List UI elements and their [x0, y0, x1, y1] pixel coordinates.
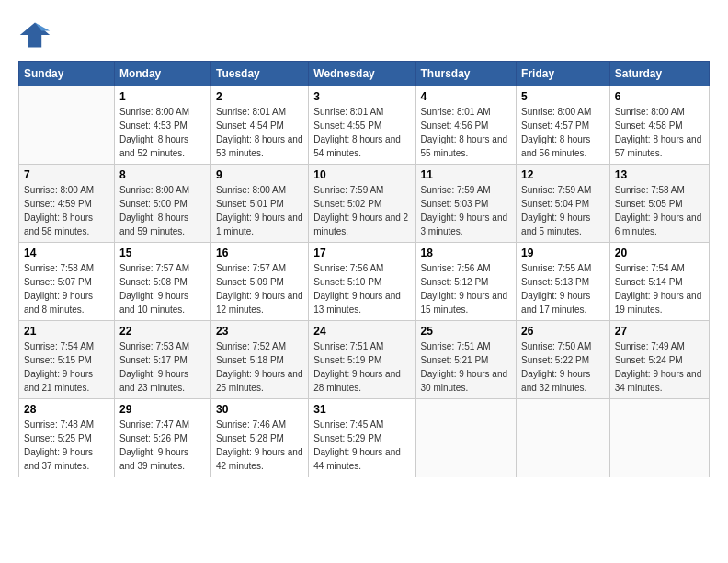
week-row-4: 21Sunrise: 7:54 AMSunset: 5:15 PMDayligh… [19, 321, 710, 399]
day-info: Sunrise: 7:51 AMSunset: 5:19 PMDaylight:… [313, 339, 410, 395]
day-info: Sunrise: 7:48 AMSunset: 5:25 PMDaylight:… [24, 418, 109, 473]
day-info: Sunrise: 7:59 AMSunset: 5:03 PMDaylight:… [421, 183, 512, 238]
day-number: 11 [421, 168, 512, 181]
day-info: Sunrise: 7:58 AMSunset: 5:07 PMDaylight:… [24, 261, 109, 316]
day-number: 21 [24, 325, 109, 338]
header-friday: Friday [517, 62, 610, 86]
logo [18, 18, 55, 52]
day-info: Sunrise: 7:58 AMSunset: 5:05 PMDaylight:… [615, 183, 704, 238]
day-number: 25 [421, 325, 512, 338]
header-monday: Monday [114, 62, 210, 86]
day-info: Sunrise: 7:51 AMSunset: 5:21 PMDaylight:… [421, 339, 512, 395]
week-row-5: 28Sunrise: 7:48 AMSunset: 5:25 PMDayligh… [19, 399, 710, 477]
day-cell: 30Sunrise: 7:46 AMSunset: 5:28 PMDayligh… [210, 399, 308, 477]
day-cell: 16Sunrise: 7:57 AMSunset: 5:09 PMDayligh… [210, 243, 308, 321]
day-info: Sunrise: 8:01 AMSunset: 4:56 PMDaylight:… [421, 105, 512, 160]
day-number: 17 [313, 247, 410, 259]
day-info: Sunrise: 7:47 AMSunset: 5:26 PMDaylight:… [119, 418, 206, 473]
day-number: 1 [119, 90, 206, 103]
calendar-table: SundayMondayTuesdayWednesdayThursdayFrid… [18, 61, 710, 477]
header-tuesday: Tuesday [210, 62, 308, 86]
header-thursday: Thursday [415, 62, 517, 86]
day-number: 26 [521, 325, 605, 338]
day-number: 22 [119, 325, 206, 338]
day-number: 19 [521, 247, 605, 259]
day-cell: 18Sunrise: 7:56 AMSunset: 5:12 PMDayligh… [415, 243, 517, 321]
day-cell: 22Sunrise: 7:53 AMSunset: 5:17 PMDayligh… [114, 321, 210, 399]
day-number: 5 [521, 90, 605, 103]
day-number: 28 [24, 403, 109, 416]
day-cell: 11Sunrise: 7:59 AMSunset: 5:03 PMDayligh… [415, 165, 517, 243]
day-number: 16 [216, 247, 303, 259]
day-cell [415, 399, 517, 477]
day-cell: 21Sunrise: 7:54 AMSunset: 5:15 PMDayligh… [19, 321, 115, 399]
week-row-2: 7Sunrise: 8:00 AMSunset: 4:59 PMDaylight… [19, 165, 710, 243]
day-cell [517, 399, 610, 477]
day-number: 8 [119, 168, 206, 181]
day-number: 29 [119, 403, 206, 416]
day-number: 7 [24, 168, 109, 181]
day-number: 24 [313, 325, 410, 338]
day-info: Sunrise: 8:00 AMSunset: 4:59 PMDaylight:… [24, 183, 109, 238]
header-sunday: Sunday [19, 62, 115, 86]
day-info: Sunrise: 7:57 AMSunset: 5:08 PMDaylight:… [119, 261, 206, 316]
day-cell: 23Sunrise: 7:52 AMSunset: 5:18 PMDayligh… [210, 321, 308, 399]
day-number: 31 [313, 403, 410, 416]
week-row-3: 14Sunrise: 7:58 AMSunset: 5:07 PMDayligh… [19, 243, 710, 321]
day-cell: 29Sunrise: 7:47 AMSunset: 5:26 PMDayligh… [114, 399, 210, 477]
page-header [18, 18, 710, 52]
header-wednesday: Wednesday [309, 62, 415, 86]
day-info: Sunrise: 7:45 AMSunset: 5:29 PMDaylight:… [313, 418, 410, 473]
logo-icon [18, 18, 51, 52]
header-row: SundayMondayTuesdayWednesdayThursdayFrid… [19, 62, 710, 86]
day-info: Sunrise: 8:00 AMSunset: 4:57 PMDaylight:… [521, 105, 605, 160]
day-info: Sunrise: 8:00 AMSunset: 5:01 PMDaylight:… [216, 183, 303, 238]
day-number: 10 [313, 168, 410, 181]
day-cell: 9Sunrise: 8:00 AMSunset: 5:01 PMDaylight… [210, 165, 308, 243]
week-row-1: 1Sunrise: 8:00 AMSunset: 4:53 PMDaylight… [19, 86, 710, 165]
day-info: Sunrise: 8:00 AMSunset: 5:00 PMDaylight:… [119, 183, 206, 238]
day-cell: 10Sunrise: 7:59 AMSunset: 5:02 PMDayligh… [309, 165, 415, 243]
day-number: 6 [615, 90, 704, 103]
day-cell: 17Sunrise: 7:56 AMSunset: 5:10 PMDayligh… [309, 243, 415, 321]
day-cell: 13Sunrise: 7:58 AMSunset: 5:05 PMDayligh… [609, 165, 709, 243]
day-info: Sunrise: 7:59 AMSunset: 5:04 PMDaylight:… [521, 183, 605, 238]
day-cell: 1Sunrise: 8:00 AMSunset: 4:53 PMDaylight… [114, 86, 210, 165]
day-info: Sunrise: 7:57 AMSunset: 5:09 PMDaylight:… [216, 261, 303, 316]
day-cell: 12Sunrise: 7:59 AMSunset: 5:04 PMDayligh… [517, 165, 610, 243]
day-cell: 3Sunrise: 8:01 AMSunset: 4:55 PMDaylight… [309, 86, 415, 165]
day-number: 4 [421, 90, 512, 103]
day-info: Sunrise: 7:56 AMSunset: 5:12 PMDaylight:… [421, 261, 512, 316]
day-cell: 5Sunrise: 8:00 AMSunset: 4:57 PMDaylight… [517, 86, 610, 165]
day-cell: 20Sunrise: 7:54 AMSunset: 5:14 PMDayligh… [609, 243, 709, 321]
day-cell: 31Sunrise: 7:45 AMSunset: 5:29 PMDayligh… [309, 399, 415, 477]
day-info: Sunrise: 8:01 AMSunset: 4:55 PMDaylight:… [313, 105, 410, 160]
day-cell: 27Sunrise: 7:49 AMSunset: 5:24 PMDayligh… [609, 321, 709, 399]
day-cell: 14Sunrise: 7:58 AMSunset: 5:07 PMDayligh… [19, 243, 115, 321]
day-info: Sunrise: 7:59 AMSunset: 5:02 PMDaylight:… [313, 183, 410, 238]
day-number: 14 [24, 247, 109, 259]
day-cell: 7Sunrise: 8:00 AMSunset: 4:59 PMDaylight… [19, 165, 115, 243]
day-cell: 19Sunrise: 7:55 AMSunset: 5:13 PMDayligh… [517, 243, 610, 321]
day-cell: 15Sunrise: 7:57 AMSunset: 5:08 PMDayligh… [114, 243, 210, 321]
day-cell: 8Sunrise: 8:00 AMSunset: 5:00 PMDaylight… [114, 165, 210, 243]
svg-marker-0 [20, 23, 50, 48]
day-info: Sunrise: 8:01 AMSunset: 4:54 PMDaylight:… [216, 105, 303, 160]
day-info: Sunrise: 7:56 AMSunset: 5:10 PMDaylight:… [313, 261, 410, 316]
day-cell: 28Sunrise: 7:48 AMSunset: 5:25 PMDayligh… [19, 399, 115, 477]
day-info: Sunrise: 7:53 AMSunset: 5:17 PMDaylight:… [119, 339, 206, 395]
day-info: Sunrise: 7:52 AMSunset: 5:18 PMDaylight:… [216, 339, 303, 395]
day-info: Sunrise: 7:54 AMSunset: 5:14 PMDaylight:… [615, 261, 704, 316]
day-cell: 24Sunrise: 7:51 AMSunset: 5:19 PMDayligh… [309, 321, 415, 399]
day-cell: 25Sunrise: 7:51 AMSunset: 5:21 PMDayligh… [415, 321, 517, 399]
day-number: 20 [615, 247, 704, 259]
day-cell: 2Sunrise: 8:01 AMSunset: 4:54 PMDaylight… [210, 86, 308, 165]
day-cell: 26Sunrise: 7:50 AMSunset: 5:22 PMDayligh… [517, 321, 610, 399]
day-number: 13 [615, 168, 704, 181]
day-number: 23 [216, 325, 303, 338]
day-number: 30 [216, 403, 303, 416]
day-cell [609, 399, 709, 477]
day-info: Sunrise: 7:49 AMSunset: 5:24 PMDaylight:… [615, 339, 704, 395]
day-info: Sunrise: 7:55 AMSunset: 5:13 PMDaylight:… [521, 261, 605, 316]
day-number: 18 [421, 247, 512, 259]
